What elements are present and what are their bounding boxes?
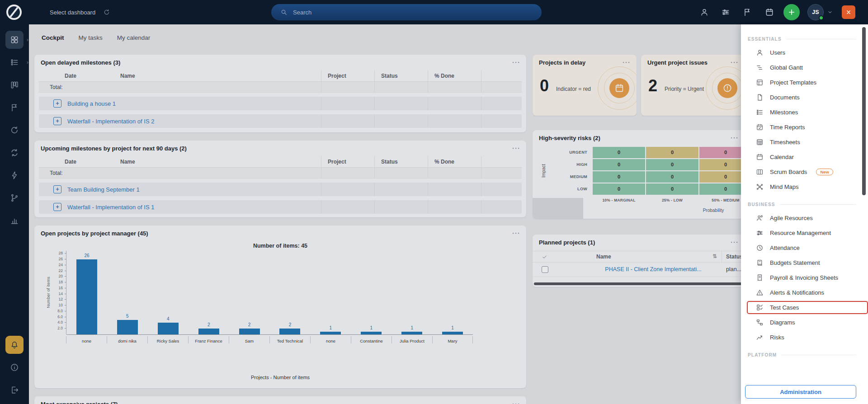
risk-cell[interactable]: 0 <box>646 159 698 170</box>
risk-cell[interactable]: 0 <box>699 171 745 183</box>
sidebar-item-notifications[interactable] <box>5 336 24 354</box>
menu-item-alerts-notifications[interactable]: Alerts & Notifications <box>741 285 868 300</box>
profile-icon[interactable] <box>700 8 709 17</box>
risk-cell[interactable]: 0 <box>699 183 745 195</box>
menu-item-resource-management[interactable]: Resource Management <box>741 225 868 240</box>
risk-cell[interactable]: 0 <box>699 159 745 170</box>
bar[interactable] <box>279 329 300 334</box>
templates-icon <box>756 79 764 86</box>
modules-menu: ESSENTIALSUsersGlobal GanttProject Templ… <box>741 24 868 404</box>
menu-item-timesheets[interactable]: Timesheets <box>741 135 868 150</box>
risk-cell[interactable]: 0 <box>593 171 645 183</box>
bar[interactable] <box>198 329 219 334</box>
menu-scrollbar-thumb[interactable] <box>862 27 866 195</box>
risk-cell[interactable]: 0 <box>593 147 645 158</box>
menu-item-project-templates[interactable]: Project Templates <box>741 75 868 90</box>
topbar: Select dashboard JS <box>0 0 868 24</box>
sidebar-item-workflow[interactable] <box>5 189 24 207</box>
administration-button[interactable]: Administration <box>745 385 856 399</box>
expand-icon[interactable]: + <box>53 203 61 211</box>
search-bar[interactable] <box>271 4 542 20</box>
mind-maps-icon <box>756 183 764 191</box>
panel-menu-icon[interactable]: ⋯ <box>512 229 520 237</box>
menu-item-diagrams[interactable]: Diagrams <box>741 315 868 330</box>
sidebar-item-tasks[interactable]: › <box>5 53 24 71</box>
close-button[interactable] <box>842 5 855 19</box>
sidebar-item-recurring[interactable] <box>5 144 24 162</box>
sidebar-item-dashboards[interactable]: › <box>5 31 24 49</box>
menu-item-milestones[interactable]: Milestones <box>741 105 868 120</box>
menu-item-scrum-boards[interactable]: Scrum BoardsNew <box>741 164 868 179</box>
menu-item-documents[interactable]: Documents <box>741 90 868 105</box>
calendar-icon[interactable] <box>765 8 774 17</box>
expand-icon[interactable]: + <box>53 99 61 108</box>
menu-item-time-reports[interactable]: Time Reports <box>741 120 868 135</box>
panel-menu-icon[interactable]: ⋯ <box>512 144 520 152</box>
chevron-down-icon[interactable] <box>826 9 834 15</box>
risk-cell[interactable]: 0 <box>593 159 645 170</box>
menu-item-payroll-invoicing-sheets[interactable]: Payroll & Invoicing Sheets <box>741 270 868 285</box>
menu-item-risks[interactable]: Risks <box>741 330 868 345</box>
bar[interactable] <box>117 320 138 334</box>
row-checkbox[interactable] <box>542 266 548 273</box>
sidebar-item-kanban[interactable] <box>5 76 24 94</box>
app-logo[interactable] <box>6 5 22 20</box>
sidebar-item-quick-actions[interactable] <box>5 166 24 184</box>
menu-item-global-gantt[interactable]: Global Gantt <box>741 60 868 75</box>
panel-menu-icon[interactable]: ⋯ <box>512 400 520 404</box>
tab-my-tasks[interactable]: My tasks <box>79 34 103 41</box>
search-input[interactable] <box>293 9 519 16</box>
dashboard-selector[interactable]: Select dashboard <box>50 0 95 24</box>
panel-menu-icon[interactable]: ⋯ <box>622 58 630 66</box>
name-column-header[interactable]: Name <box>596 254 611 260</box>
risk-cell[interactable]: 0 <box>646 183 698 195</box>
horizontal-scrollbar[interactable] <box>534 282 743 285</box>
menu-item-users[interactable]: Users <box>741 45 868 60</box>
sidebar-item-reports[interactable] <box>5 211 24 230</box>
sidebar-item-help[interactable] <box>5 358 24 376</box>
sort-icon[interactable]: ⇅ <box>712 253 717 259</box>
bar[interactable] <box>239 329 260 334</box>
table-row: +Building a house 1 <box>39 97 522 110</box>
risk-cell[interactable]: 0 <box>593 183 645 195</box>
sidebar-item-milestones[interactable] <box>5 99 24 117</box>
milestone-link[interactable]: Waterfall - Implementation of IS 1 <box>67 204 154 211</box>
milestone-link[interactable]: Team Building September 1 <box>67 186 140 193</box>
user-avatar[interactable]: JS <box>807 4 824 20</box>
flag-icon[interactable] <box>743 8 752 17</box>
menu-item-test-cases[interactable]: Test Cases <box>747 301 868 314</box>
project-link[interactable]: PHASE II - Client Zone Implementati... <box>587 266 720 272</box>
menu-item-budgets-statement[interactable]: Budgets Statement <box>741 255 868 270</box>
bar[interactable] <box>158 323 179 334</box>
menu-section-header-business: BUSINESS <box>741 198 868 211</box>
status-column-header[interactable]: Status <box>726 254 743 260</box>
check-column-header-icon[interactable] <box>542 254 547 260</box>
expand-icon[interactable]: + <box>53 185 61 193</box>
panel-menu-icon[interactable]: ⋯ <box>512 58 520 66</box>
menu-item-agile-resources[interactable]: Agile Resources <box>741 211 868 225</box>
menu-item-attendance[interactable]: Attendance <box>741 240 868 255</box>
panel-menu-icon[interactable]: ⋯ <box>730 134 738 142</box>
expand-icon[interactable]: + <box>53 117 61 125</box>
risk-cell[interactable]: 0 <box>646 171 698 183</box>
risk-cell[interactable]: 0 <box>699 147 745 158</box>
timesheets-icon <box>756 138 764 146</box>
panel-menu-icon[interactable]: ⋯ <box>730 58 738 66</box>
panel-most-expensive-projects: Most expensive projects (7) ⋯ <box>34 396 526 404</box>
menu-item-mind-maps[interactable]: Mind Maps <box>741 179 868 194</box>
milestone-link[interactable]: Waterfall - Implementation of IS 2 <box>67 118 154 125</box>
tab-my-calendar[interactable]: My calendar <box>117 34 151 41</box>
panel-menu-icon[interactable]: ⋯ <box>730 238 738 246</box>
milestone-link[interactable]: Building a house 1 <box>67 100 116 107</box>
refresh-icon[interactable] <box>103 9 110 16</box>
sidebar-item-sync[interactable] <box>5 121 24 139</box>
new-badge: New <box>816 169 833 176</box>
menu-item-calendar[interactable]: Calendar <box>741 150 868 164</box>
sidebar-item-logout[interactable] <box>5 381 24 399</box>
bar[interactable] <box>76 259 97 334</box>
filters-icon[interactable] <box>721 8 730 17</box>
tab-cockpit[interactable]: Cockpit <box>42 34 64 41</box>
add-button[interactable] <box>783 4 800 20</box>
time-reports-icon <box>756 123 764 131</box>
risk-cell[interactable]: 0 <box>646 147 698 158</box>
